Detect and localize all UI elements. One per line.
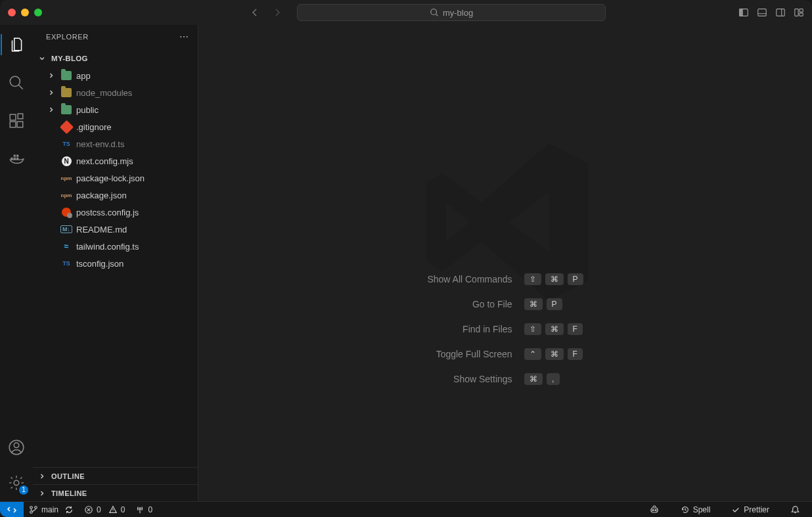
- svg-rect-5: [777, 9, 784, 16]
- chevron-down-icon: [37, 55, 47, 62]
- tree-folder[interactable]: app: [33, 67, 198, 84]
- tree-item-label: tsconfig.json: [76, 259, 124, 269]
- activity-extensions[interactable]: [1, 108, 32, 134]
- check-icon: [731, 505, 740, 514]
- timeline-section[interactable]: TIMELINE: [33, 484, 198, 501]
- svg-point-25: [35, 506, 37, 508]
- keycap: ⌃: [524, 348, 541, 360]
- chevron-right-icon: [46, 106, 56, 114]
- keycap: ⌘: [545, 273, 564, 285]
- sync-icon[interactable]: [64, 505, 74, 514]
- notifications-status[interactable]: [785, 502, 805, 517]
- radio-tower-icon: [135, 505, 145, 514]
- search-icon: [430, 8, 439, 17]
- svg-rect-18: [14, 155, 16, 157]
- editor-area: Show All Commands⇧⌘PGo to File⌘PFind in …: [198, 25, 812, 501]
- activity-docker[interactable]: [1, 146, 32, 172]
- ports-count: 0: [148, 505, 152, 514]
- postcss-icon: [60, 208, 72, 217]
- tree-item-label: tailwind.config.ts: [76, 242, 139, 252]
- customize-layout-icon[interactable]: [794, 7, 804, 18]
- window-maximize-button[interactable]: [34, 9, 42, 16]
- tree-folder[interactable]: node_modules: [33, 84, 198, 101]
- tree-file[interactable]: npmpackage.json: [33, 187, 198, 204]
- activity-bar: 1: [0, 25, 33, 501]
- shortcut-keys[interactable]: ⇧⌘F: [524, 323, 583, 335]
- tree-file[interactable]: TSnext-env.d.ts: [33, 135, 198, 152]
- folder-green-icon: [60, 71, 72, 80]
- keycap: ⇧: [524, 323, 541, 335]
- svg-point-23: [30, 506, 33, 508]
- tree-file[interactable]: TStsconfig.json: [33, 255, 198, 272]
- history-icon: [681, 505, 690, 514]
- layout-primary-sidebar-icon[interactable]: [738, 7, 749, 18]
- problems-status[interactable]: 0 0: [79, 502, 130, 517]
- tree-file[interactable]: M↓README.md: [33, 221, 198, 238]
- branch-name: main: [41, 505, 58, 514]
- error-icon: [84, 505, 93, 514]
- ports-status[interactable]: 0: [130, 502, 158, 517]
- outline-section[interactable]: OUTLINE: [33, 467, 198, 484]
- window-close-button[interactable]: [8, 9, 16, 16]
- svg-rect-11: [10, 114, 16, 120]
- copilot-status[interactable]: [644, 502, 665, 517]
- shortcut-label: Show All Commands: [427, 274, 512, 284]
- tree-file[interactable]: Nnext.config.mjs: [33, 152, 198, 169]
- chevron-right-icon: [46, 89, 56, 97]
- keycap: F: [568, 348, 583, 360]
- svg-point-21: [14, 443, 19, 448]
- tree-file[interactable]: postcss.config.js: [33, 204, 198, 221]
- tree-file[interactable]: npmpackage-lock.json: [33, 169, 198, 187]
- prettier-label: Prettier: [744, 505, 769, 514]
- svg-point-22: [14, 480, 19, 485]
- svg-rect-3: [758, 9, 766, 16]
- tree-item-label: next-env.d.ts: [76, 139, 124, 149]
- activity-accounts[interactable]: [1, 434, 32, 461]
- branch-icon: [29, 505, 38, 514]
- keycap: ⌘: [524, 373, 543, 385]
- nav-back-icon[interactable]: [250, 7, 260, 18]
- outline-label: OUTLINE: [51, 472, 85, 480]
- command-center-search[interactable]: my-blog: [297, 4, 606, 21]
- activity-explorer[interactable]: [1, 32, 32, 58]
- tree-root-label: MY-BLOG: [51, 55, 88, 62]
- layout-secondary-sidebar-icon[interactable]: [775, 7, 786, 18]
- explorer-more-icon[interactable]: ⋯: [179, 32, 190, 42]
- shortcut-keys[interactable]: ⌘,: [524, 373, 583, 385]
- remote-button[interactable]: [0, 502, 24, 517]
- ts-icon: TS: [60, 141, 72, 147]
- tree-item-label: README.md: [76, 225, 127, 235]
- tree-root[interactable]: MY-BLOG: [33, 50, 198, 67]
- layout-panel-icon[interactable]: [757, 7, 767, 18]
- tree-file[interactable]: ≈tailwind.config.ts: [33, 238, 198, 255]
- spell-label: Spell: [693, 505, 711, 514]
- keycap: F: [568, 323, 583, 335]
- svg-point-0: [431, 9, 437, 15]
- shortcut-keys[interactable]: ⌘P: [524, 298, 583, 310]
- keycap: P: [547, 298, 562, 310]
- activity-search[interactable]: [1, 70, 32, 96]
- json-icon: npm: [60, 175, 72, 181]
- tree-item-label: public: [76, 105, 99, 115]
- prettier-status[interactable]: Prettier: [726, 502, 775, 517]
- shortcut-keys[interactable]: ⌃⌘F: [524, 348, 583, 360]
- shortcut-label: Find in Files: [427, 324, 512, 334]
- svg-rect-2: [740, 9, 742, 16]
- shortcut-keys[interactable]: ⇧⌘P: [524, 273, 583, 285]
- tsjson-icon: TS: [60, 260, 72, 267]
- tree-item-label: node_modules: [76, 88, 132, 98]
- svg-rect-13: [17, 122, 23, 127]
- keycap: P: [568, 273, 583, 285]
- title-bar: my-blog: [0, 0, 812, 25]
- svg-rect-14: [18, 114, 23, 119]
- tree-file[interactable]: .gitignore: [33, 118, 198, 135]
- window-minimize-button[interactable]: [21, 9, 29, 16]
- tree-folder[interactable]: public: [33, 101, 198, 118]
- timeline-label: TIMELINE: [51, 489, 87, 497]
- nav-forward-icon[interactable]: [272, 7, 282, 18]
- sidebar-header-label: EXPLORER: [46, 33, 89, 41]
- activity-settings[interactable]: 1: [1, 470, 32, 496]
- spell-status[interactable]: Spell: [675, 502, 716, 517]
- svg-rect-7: [795, 9, 798, 16]
- git-branch-status[interactable]: main: [24, 502, 79, 517]
